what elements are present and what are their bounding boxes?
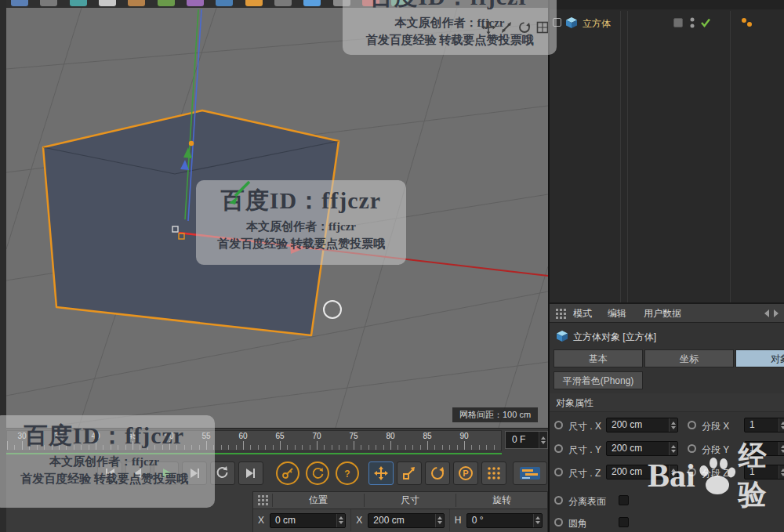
zoom-view-icon[interactable]	[499, 20, 514, 34]
menu-user-data[interactable]: 用户数据	[644, 307, 681, 320]
history-arrows-icon[interactable]	[764, 309, 779, 317]
property-label: 分段 X	[702, 420, 729, 433]
enabled-check-icon[interactable]	[700, 17, 711, 28]
gizmo-handle-dot[interactable]	[189, 141, 194, 146]
tick-label: 90	[459, 432, 468, 440]
current-frame-field[interactable]: 0 F	[505, 431, 548, 449]
visibility-dots-icon[interactable]	[689, 16, 695, 29]
tab-basic[interactable]: 基本	[554, 349, 643, 367]
size-x-field[interactable]: 200 cm	[368, 513, 444, 528]
toolbar-icon-cutoff[interactable]	[158, 0, 175, 6]
object-title: 立方体对象 [立方体]	[573, 331, 656, 344]
anim-radio[interactable]	[554, 421, 563, 429]
axis-label: H	[455, 515, 463, 526]
toolbar-icon-cutoff[interactable]	[274, 0, 292, 6]
field-stepper[interactable]	[669, 418, 677, 432]
anim-radio[interactable]	[554, 496, 563, 505]
key-point-level-button[interactable]	[481, 461, 506, 485]
anim-radio[interactable]	[554, 518, 563, 527]
timeline-window-button[interactable]	[513, 461, 547, 485]
watermark-author-text: 本文原创作者：ffjczr	[0, 454, 215, 469]
menu-edit[interactable]: 编辑	[608, 307, 626, 320]
coordinates-panel: 位置 尺寸 旋转 X 0 cm X 200 cm	[252, 491, 548, 532]
axis-label: X	[258, 515, 266, 526]
tab-object[interactable]: 对象	[735, 349, 784, 367]
anim-radio[interactable]	[554, 444, 563, 453]
section-object-properties[interactable]: 对象属性	[550, 393, 784, 412]
frame-stepper[interactable]	[539, 432, 547, 448]
toolbar-icon-cutoff[interactable]	[99, 0, 116, 6]
watermark-baidu-logo: Bai 经验	[648, 440, 784, 511]
rotation-h-field[interactable]: 0 °	[466, 513, 543, 528]
goto-end-button[interactable]	[238, 461, 263, 485]
key-position-button[interactable]	[368, 461, 394, 485]
property-row-fillet: 圆角	[550, 513, 784, 532]
attribute-menubar: 模式 编辑 用户数据	[550, 304, 784, 323]
watermark-id-text: 百度ID：ffjczr	[343, 0, 557, 13]
coordinates-header: 位置 尺寸 旋转	[253, 492, 547, 509]
property-label: 尺寸 . Y	[568, 443, 601, 457]
help-glyph: ?	[344, 469, 350, 480]
mode-grid-icon[interactable]	[556, 309, 567, 319]
field-stepper[interactable]	[336, 514, 345, 527]
header-size: 尺寸	[364, 494, 456, 507]
attribute-tabs: 基本 坐标 对象	[550, 349, 784, 367]
section-title: 对象属性	[556, 397, 593, 408]
anim-radio[interactable]	[688, 421, 696, 429]
anim-radio[interactable]	[554, 468, 563, 476]
cube-icon	[565, 16, 578, 29]
cube-icon	[556, 330, 568, 342]
jingyan-logo-text: 经验	[739, 437, 784, 514]
watermark-note-text: 首发百度经验 转载要点赞投票哦	[0, 472, 215, 487]
key-parameter-button[interactable]: P	[453, 461, 478, 485]
toolbar-icon-cutoff[interactable]	[11, 0, 28, 6]
render-dots-icon[interactable]	[741, 16, 753, 29]
field-stepper[interactable]	[533, 514, 542, 527]
coordinates-row: X 0 cm X 200 cm H 0 °	[253, 509, 547, 531]
watermark-author-text: 本文原创作者：ffjczr	[196, 219, 406, 234]
tab-coordinates[interactable]: 坐标	[644, 349, 734, 367]
menu-mode[interactable]: 模式	[573, 307, 592, 320]
baidu-paw-icon	[697, 454, 737, 498]
tab-phong[interactable]: 平滑着色(Phong)	[554, 371, 643, 389]
om-column-divider	[620, 11, 621, 302]
toolbar-icon-cutoff[interactable]	[303, 0, 321, 6]
tick-label: 75	[349, 432, 358, 440]
toolbar-icon-cutoff[interactable]	[245, 0, 263, 6]
cursor-circle	[324, 301, 341, 318]
toolbar-icon-cutoff[interactable]	[40, 0, 57, 6]
toggle-views-icon[interactable]	[535, 20, 548, 34]
autokey-button[interactable]	[306, 461, 329, 485]
keyframe-help-button[interactable]: ?	[336, 461, 359, 485]
header-position: 位置	[272, 494, 364, 507]
field-stepper[interactable]	[779, 418, 784, 432]
rotate-view-icon[interactable]	[517, 20, 532, 34]
key-scale-button[interactable]	[397, 461, 422, 485]
field-stepper[interactable]	[435, 514, 444, 527]
property-label: 尺寸 . Z	[568, 467, 601, 480]
pan-view-icon[interactable]	[481, 20, 495, 34]
segments-x-input[interactable]: 1	[744, 418, 784, 432]
tick-label: 85	[423, 432, 431, 440]
toolbar-icon-cutoff[interactable]	[187, 0, 204, 6]
panel-grid-icon	[258, 495, 269, 505]
record-keyframe-button[interactable]	[276, 461, 299, 485]
object-manager-menubar-cutoff	[550, 0, 784, 9]
fillet-checkbox[interactable]	[619, 517, 629, 527]
baidu-logo-text: Bai	[648, 457, 695, 494]
c4d-window: 网格间距：100 cm 30354045505560657075808590 0	[0, 0, 784, 532]
property-label: 圆角	[568, 517, 587, 530]
watermark-note-text: 首发百度经验 转载要点赞投票哦	[343, 33, 557, 48]
separate-surfaces-checkbox[interactable]	[619, 495, 629, 505]
toolbar-icon-cutoff[interactable]	[128, 0, 145, 6]
grid-spacing-label: 网格间距：100 cm	[452, 407, 538, 422]
property-label: 尺寸 . X	[568, 420, 601, 433]
key-rotation-button[interactable]	[425, 461, 450, 485]
object-row-cube[interactable]: 立方体	[550, 14, 784, 31]
toolbar-icon-cutoff[interactable]	[70, 0, 87, 6]
layer-chip-icon[interactable]	[673, 18, 683, 27]
toolbar-icon-cutoff[interactable]	[216, 0, 233, 6]
size-x-input[interactable]: 200 cm	[606, 418, 678, 432]
object-name[interactable]: 立方体	[583, 17, 611, 31]
position-x-field[interactable]: 0 cm	[270, 513, 346, 528]
